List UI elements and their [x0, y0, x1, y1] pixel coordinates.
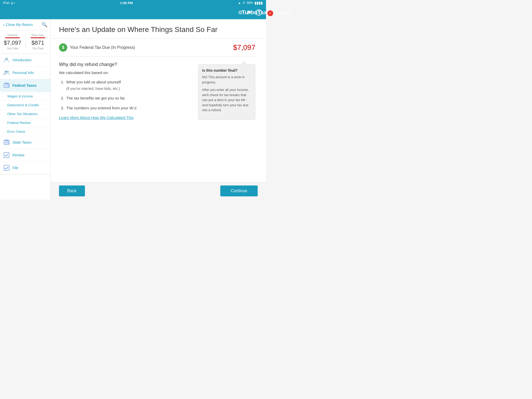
federal-taxes-icon: TAXES FEDERAL — [3, 82, 10, 89]
tax-due-left: $ Your Federal Tax Due (In Progress) — [59, 43, 135, 52]
tooltip-para2: After you enter all your income, we'll c… — [202, 87, 251, 113]
list-item-2-text: The tax benefits we got you so far. — [66, 96, 125, 100]
tax-due-amount: $7,097 — [233, 43, 255, 52]
status-time: 1:06 PM — [120, 1, 133, 5]
sidebar-item-federal-review[interactable]: Federal Review — [0, 118, 50, 127]
calculated-based-on: We calculated this based on: — [59, 70, 192, 75]
close-return-label: Close My Return — [6, 23, 33, 27]
svg-rect-12 — [4, 165, 9, 170]
introduction-label: Introduction — [12, 58, 31, 62]
svg-text:TAXES: TAXES — [5, 142, 10, 144]
federal-tax-col: Federal $7,097 You Owe — [0, 32, 25, 51]
svg-rect-8 — [5, 140, 8, 140]
content-left: Why did my refund change? We calculated … — [59, 62, 192, 120]
ny-amount: $871 — [28, 39, 49, 46]
review-icon — [3, 152, 10, 158]
main-layout: ‹ Close My Return 🔍 Federal $7,097 You O… — [0, 19, 266, 200]
header-logo-area: TurboTax✓ Deluxe — [242, 9, 266, 16]
sidebar-item-state-taxes[interactable]: TAXES STATE State Taxes — [0, 136, 50, 149]
introduction-person-icon — [3, 57, 10, 63]
tax-summary: Federal $7,097 You Owe New York $871 You… — [0, 30, 50, 54]
sidebar-item-review[interactable]: Review — [0, 149, 50, 162]
ny-bar — [31, 37, 45, 38]
svg-point-2 — [7, 71, 9, 73]
bluetooth-icon: ✗ — [243, 1, 245, 5]
review-label: Review — [12, 153, 24, 157]
svg-rect-4 — [5, 83, 8, 83]
svg-point-1 — [5, 71, 7, 73]
federal-amount: $7,097 — [2, 39, 23, 46]
federal-label: Federal — [2, 34, 23, 37]
search-icon[interactable]: 🔍 — [42, 22, 47, 28]
federal-bar — [5, 37, 20, 38]
why-changed-text: Why did my refund change? — [59, 62, 192, 67]
svg-text:FEDERAL: FEDERAL — [5, 84, 10, 85]
sidebar-item-introduction[interactable]: Introduction — [0, 54, 50, 66]
file-icon — [3, 164, 10, 171]
location-icon: ▲ — [238, 1, 241, 5]
content-area: Here's an Update on Where Things Stand S… — [51, 19, 266, 200]
ny-tax-col: New York $871 You Owe — [25, 32, 51, 51]
tax-due-label: Your Federal Tax Due (In Progress) — [70, 45, 135, 50]
personal-info-label: Personal Info — [12, 71, 34, 75]
tooltip-title: Is this number final? — [202, 68, 251, 72]
close-return-section: ‹ Close My Return 🔍 — [0, 19, 50, 30]
tax-due-row: $ Your Federal Tax Due (In Progress) $7,… — [59, 39, 255, 57]
state-taxes-icon: TAXES STATE — [3, 139, 10, 146]
content-inner: Here's an Update on Where Things Stand S… — [51, 19, 264, 182]
state-taxes-label: State Taxes — [12, 140, 31, 144]
app-header: TurboTax✓ Deluxe ⚙ ⚑ ? — [0, 6, 266, 19]
file-label: File — [12, 166, 18, 170]
content-body: Why did my refund change? We calculated … — [59, 62, 255, 125]
sidebar-item-wages-income[interactable]: Wages & Income — [0, 92, 50, 101]
back-chevron-icon: ‹ — [3, 22, 5, 28]
federal-taxes-label: Federal Taxes — [12, 83, 36, 88]
back-button[interactable]: Back — [59, 185, 85, 196]
status-right: ▲ ✗ 98% ▮▮▮▮ — [238, 1, 263, 5]
device-label: iPad — [3, 1, 9, 5]
calculation-list: What you told us about yourself (if you'… — [59, 79, 192, 111]
sidebar-item-file[interactable]: File — [0, 162, 50, 174]
nav-section: Introduction Personal Info TAXES FE — [0, 54, 50, 175]
list-item: The numbers you entered from your W-2. — [65, 105, 192, 111]
federal-owe: You Owe — [2, 47, 23, 50]
turbotax-logo: TurboTax✓ — [242, 9, 266, 16]
wifi-icon: 𝛈 ▾ — [11, 1, 15, 5]
dollar-icon: $ — [59, 43, 67, 52]
sidebar-item-other-tax-situations[interactable]: Other Tax Situations — [0, 110, 50, 118]
sidebar-item-personal-info[interactable]: Personal Info — [0, 66, 50, 79]
svg-rect-11 — [4, 152, 9, 158]
ny-owe: You Owe — [28, 47, 49, 50]
learn-more-link[interactable]: Learn More About How We Calculated This — [59, 115, 192, 120]
list-item: The tax benefits we got you so far. — [65, 95, 192, 101]
sidebar-item-federal-taxes[interactable]: TAXES FEDERAL Federal Taxes — [0, 79, 50, 92]
list-item: What you told us about yourself (if you'… — [65, 79, 192, 91]
tooltip-para1: No! This amount is a work in progress. — [202, 75, 251, 85]
list-item-1-text: What you told us about yourself — [66, 80, 121, 84]
sidebar-item-error-check[interactable]: Error Check — [0, 127, 50, 136]
footer-buttons: Back Continue — [51, 182, 266, 200]
list-item-1-sub: (if you're married, have kids, etc.). — [66, 86, 192, 91]
page-title: Here's an Update on Where Things Stand S… — [59, 25, 255, 34]
sidebar-item-deductions-credits[interactable]: Deductions & Credits — [0, 101, 50, 110]
list-item-3-text: The numbers you entered from your W-2. — [66, 106, 138, 110]
close-return-button[interactable]: ‹ Close My Return — [3, 22, 33, 28]
status-left: iPad 𝛈 ▾ — [3, 1, 15, 5]
battery-icon: ▮▮▮▮ — [255, 1, 263, 5]
continue-button[interactable]: Continue — [220, 185, 258, 196]
sidebar: ‹ Close My Return 🔍 Federal $7,097 You O… — [0, 19, 51, 200]
status-bar: iPad 𝛈 ▾ 1:06 PM ▲ ✗ 98% ▮▮▮▮ — [0, 0, 266, 6]
battery-level: 98% — [247, 1, 253, 5]
personal-info-icon — [3, 69, 10, 76]
info-tooltip: Is this number final? No! This amount is… — [198, 64, 255, 120]
ny-label: New York — [28, 34, 49, 37]
svg-text:TAXES: TAXES — [5, 85, 10, 87]
svg-text:STATE: STATE — [5, 141, 9, 142]
